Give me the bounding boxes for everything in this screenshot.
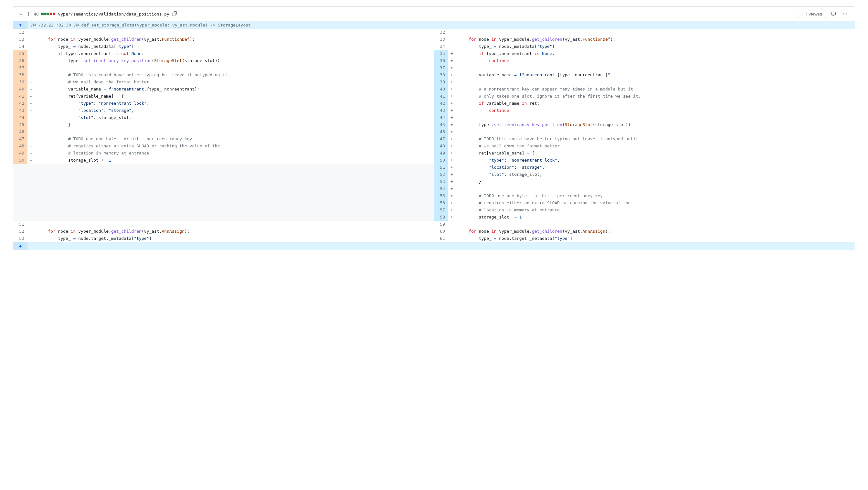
line-number-right[interactable]: 61 bbox=[434, 235, 448, 242]
line-number-right[interactable]: 35 bbox=[434, 50, 448, 57]
line-number-right[interactable]: 58 bbox=[434, 214, 448, 221]
code-cell-right[interactable]: # requires either an extra SLOAD or cach… bbox=[455, 200, 855, 207]
code-cell-left[interactable]: storage_slot += 1 bbox=[35, 157, 434, 164]
line-number-left[interactable] bbox=[13, 200, 28, 207]
code-cell-right[interactable]: "location": "storage", bbox=[455, 164, 855, 171]
code-cell-right[interactable]: "type": "nonreentrant lock", bbox=[455, 157, 855, 164]
line-number-right[interactable]: 39 bbox=[434, 79, 448, 86]
line-number-left[interactable]: 41 bbox=[13, 93, 28, 100]
line-number-right[interactable]: 53 bbox=[434, 178, 448, 185]
line-number-right[interactable]: 40 bbox=[434, 86, 448, 93]
line-number-right[interactable]: 42 bbox=[434, 100, 448, 107]
line-number-left[interactable]: 52 bbox=[13, 228, 28, 235]
comment-icon[interactable] bbox=[829, 9, 838, 19]
code-cell-right[interactable]: # only takes one slot. ignore it after t… bbox=[455, 93, 855, 100]
code-cell-right[interactable] bbox=[455, 128, 855, 135]
line-number-left[interactable]: 39 bbox=[13, 79, 28, 86]
code-cell-left[interactable] bbox=[35, 185, 434, 192]
line-number-left[interactable] bbox=[13, 192, 28, 200]
line-number-right[interactable]: 32 bbox=[434, 29, 448, 36]
line-number-left[interactable]: 37 bbox=[13, 64, 28, 71]
code-cell-right[interactable] bbox=[455, 29, 855, 36]
code-cell-right[interactable]: for node in vyper_module.get_children(vy… bbox=[455, 228, 855, 235]
code-cell-right[interactable]: storage_slot += 1 bbox=[455, 214, 855, 221]
code-cell-left[interactable]: } bbox=[35, 121, 434, 128]
code-cell-right[interactable]: } bbox=[455, 178, 855, 185]
code-cell-right[interactable] bbox=[455, 79, 855, 86]
code-cell-left[interactable] bbox=[35, 221, 434, 228]
line-number-left[interactable]: 36 bbox=[13, 57, 28, 64]
code-cell-right[interactable]: # TODO use one byte - or bit - per reent… bbox=[455, 192, 855, 200]
line-number-right[interactable]: 46 bbox=[434, 128, 448, 135]
line-number-left[interactable]: 35 bbox=[13, 50, 28, 57]
code-cell-left[interactable]: variable_name = f"nonreentrant.{type_.no… bbox=[35, 86, 434, 93]
line-number-right[interactable]: 34 bbox=[434, 43, 448, 50]
line-number-left[interactable]: 45 bbox=[13, 121, 28, 128]
line-number-left[interactable]: 47 bbox=[13, 135, 28, 143]
code-cell-left[interactable]: # TODO this could have better typing but… bbox=[35, 71, 434, 79]
line-number-right[interactable]: 43 bbox=[434, 107, 448, 114]
code-cell-left[interactable] bbox=[35, 200, 434, 207]
file-path[interactable]: vyper/semantics/validation/data_position… bbox=[58, 12, 169, 17]
line-number-right[interactable]: 33 bbox=[434, 36, 448, 43]
code-cell-right[interactable]: type_.set_reentrancy_key_position(Storag… bbox=[455, 121, 855, 128]
code-cell-right[interactable]: continue bbox=[455, 107, 855, 114]
line-number-right[interactable]: 55 bbox=[434, 192, 448, 200]
line-number-left[interactable]: 44 bbox=[13, 114, 28, 121]
line-number-left[interactable]: 49 bbox=[13, 150, 28, 157]
code-cell-left[interactable] bbox=[35, 29, 434, 36]
line-number-left[interactable]: 32 bbox=[13, 29, 28, 36]
line-number-right[interactable]: 59 bbox=[434, 221, 448, 228]
line-number-right[interactable]: 51 bbox=[434, 164, 448, 171]
code-cell-right[interactable]: "slot": storage_slot, bbox=[455, 171, 855, 178]
line-number-right[interactable]: 47 bbox=[434, 135, 448, 143]
viewed-toggle[interactable]: Viewed bbox=[798, 10, 826, 18]
code-cell-left[interactable] bbox=[35, 128, 434, 135]
code-cell-left[interactable]: # location in memory at entrance bbox=[35, 150, 434, 157]
line-number-left[interactable]: 53 bbox=[13, 235, 28, 242]
line-number-left[interactable] bbox=[13, 171, 28, 178]
code-cell-right[interactable]: # a nonreentrant key can appear many tim… bbox=[455, 86, 855, 93]
code-cell-left[interactable]: type_.set_reentrancy_key_position(Storag… bbox=[35, 57, 434, 64]
collapse-toggle-icon[interactable] bbox=[19, 11, 24, 17]
code-cell-left[interactable] bbox=[35, 192, 434, 200]
line-number-left[interactable] bbox=[13, 178, 28, 185]
line-number-right[interactable]: 44 bbox=[434, 114, 448, 121]
code-cell-left[interactable]: for node in vyper_module.get_children(vy… bbox=[35, 228, 434, 235]
code-cell-left[interactable] bbox=[35, 214, 434, 221]
line-number-right[interactable]: 48 bbox=[434, 143, 448, 150]
line-number-right[interactable]: 57 bbox=[434, 207, 448, 214]
code-cell-right[interactable] bbox=[455, 221, 855, 228]
code-cell-left[interactable] bbox=[35, 64, 434, 71]
line-number-right[interactable]: 50 bbox=[434, 157, 448, 164]
code-cell-left[interactable]: for node in vyper_module.get_children(vy… bbox=[35, 36, 434, 43]
expand-up-icon[interactable] bbox=[13, 21, 28, 29]
line-number-left[interactable]: 34 bbox=[13, 43, 28, 50]
line-number-left[interactable]: 48 bbox=[13, 143, 28, 150]
code-cell-right[interactable] bbox=[455, 185, 855, 192]
line-number-left[interactable] bbox=[13, 214, 28, 221]
line-number-left[interactable]: 46 bbox=[13, 128, 28, 135]
line-number-right[interactable]: 56 bbox=[434, 200, 448, 207]
code-cell-left[interactable]: if type_.nonreentrant is not None: bbox=[35, 50, 434, 57]
line-number-right[interactable]: 41 bbox=[434, 93, 448, 100]
code-cell-left[interactable] bbox=[35, 164, 434, 171]
code-cell-right[interactable]: # location in memory at entrance bbox=[455, 207, 855, 214]
code-cell-left[interactable]: # we nail down the format better bbox=[35, 79, 434, 86]
code-cell-right[interactable]: # TODO this could have better typing but… bbox=[455, 135, 855, 143]
line-number-left[interactable] bbox=[13, 164, 28, 171]
code-cell-right[interactable]: # we nail down the format better bbox=[455, 143, 855, 150]
code-cell-right[interactable]: type_ = node._metadata["type"] bbox=[455, 43, 855, 50]
line-number-right[interactable]: 37 bbox=[434, 64, 448, 71]
code-cell-left[interactable] bbox=[35, 207, 434, 214]
expand-all-icon[interactable] bbox=[26, 11, 31, 17]
code-cell-left[interactable]: type_ = node.target._metadata["type"] bbox=[35, 235, 434, 242]
code-cell-right[interactable]: ret[variable_name] = { bbox=[455, 150, 855, 157]
copy-path-icon[interactable] bbox=[172, 11, 177, 17]
line-number-left[interactable]: 43 bbox=[13, 107, 28, 114]
line-number-left[interactable]: 38 bbox=[13, 71, 28, 79]
code-cell-left[interactable]: "location": "storage", bbox=[35, 107, 434, 114]
code-cell-left[interactable]: type_ = node._metadata["type"] bbox=[35, 43, 434, 50]
code-cell-right[interactable]: if variable_name in ret: bbox=[455, 100, 855, 107]
line-number-right[interactable]: 54 bbox=[434, 185, 448, 192]
